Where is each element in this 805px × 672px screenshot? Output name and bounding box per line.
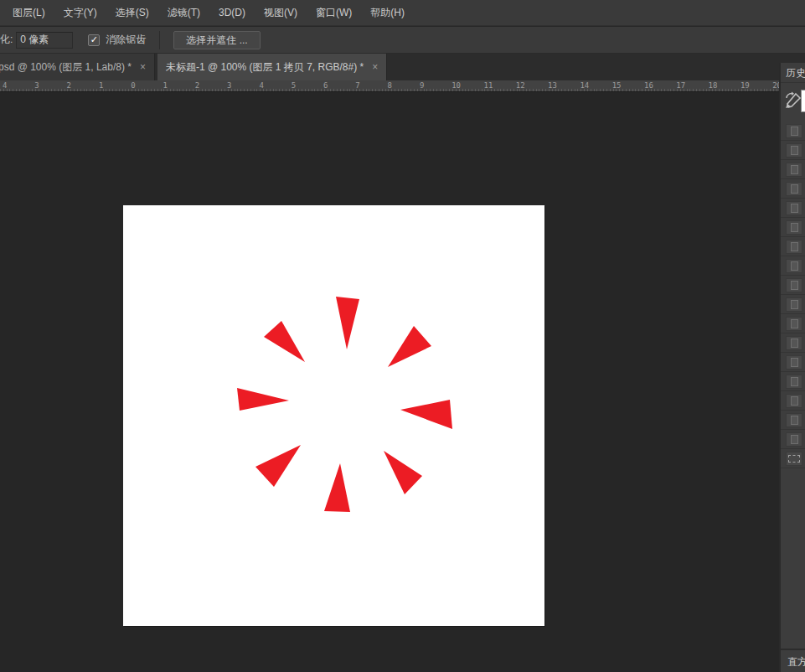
ruler-tick-label: 4 xyxy=(259,81,263,90)
document-tab-untitled-label: 未标题-1 @ 100% (图层 1 拷贝 7, RGB/8#) * xyxy=(166,60,364,75)
history-step-icon xyxy=(791,281,798,290)
ruler-tick-label: 17 xyxy=(676,81,685,90)
ruler-tick-label: 0 xyxy=(131,81,135,90)
ruler-tick-label: 1 xyxy=(163,81,168,90)
document-tab-untitled[interactable]: 未标题-1 @ 100% (图层 1 拷贝 7, RGB/8#) * × xyxy=(157,54,387,80)
history-state-thumbnail xyxy=(786,163,802,177)
ruler-tick-label: 7 xyxy=(355,81,359,90)
antialias-label: 消除锯齿 xyxy=(106,33,146,47)
ruler-tick-label: 15 xyxy=(612,81,622,90)
history-state-row[interactable] xyxy=(781,314,805,333)
feather-label: 化: xyxy=(0,33,13,47)
ruler-tick-label: 5 xyxy=(292,81,296,90)
marquee-icon xyxy=(788,455,800,463)
history-state-thumbnail xyxy=(786,355,802,370)
history-state-row[interactable] xyxy=(781,276,805,295)
spinner-wedge xyxy=(336,297,359,349)
document-canvas[interactable] xyxy=(123,205,544,626)
history-state-thumbnail xyxy=(786,124,802,138)
ruler-tick-label: 1 xyxy=(99,81,103,90)
history-step-icon xyxy=(791,204,798,213)
antialias-checkbox[interactable]: ✓ xyxy=(88,34,100,46)
history-state-row[interactable] xyxy=(781,295,805,314)
history-state-row[interactable] xyxy=(781,353,805,372)
ruler-tick-label: 3 xyxy=(227,81,231,90)
select-and-mask-button[interactable]: 选择并遮住 ... xyxy=(173,31,260,49)
history-step-icon xyxy=(791,242,798,251)
ruler-tick-label: 13 xyxy=(548,81,557,90)
menu-item-view[interactable]: 视图(V) xyxy=(255,0,307,26)
menu-bar: 图层(L) 文字(Y) 选择(S) 滤镜(T) 3D(D) 视图(V) 窗口(W… xyxy=(0,0,805,26)
history-step-icon xyxy=(791,223,798,232)
history-state-thumbnail xyxy=(786,278,802,292)
history-state-row[interactable] xyxy=(781,372,805,391)
close-icon[interactable]: × xyxy=(140,61,146,73)
menu-item-3d[interactable]: 3D(D) xyxy=(209,0,255,26)
history-state-row[interactable] xyxy=(781,430,805,449)
history-state-thumbnail xyxy=(786,317,802,331)
history-state-thumbnail xyxy=(786,452,802,466)
history-state-row[interactable] xyxy=(781,121,805,141)
history-state-row[interactable] xyxy=(781,411,805,430)
horizontal-ruler: 432101234567891011121314151617181920 xyxy=(0,80,779,92)
feather-input[interactable] xyxy=(16,32,73,49)
options-separator xyxy=(159,31,160,49)
spinner-wedge xyxy=(388,326,431,367)
history-tools-row xyxy=(781,83,805,121)
snapshot-thumbnail[interactable] xyxy=(801,90,805,112)
history-brush-icon[interactable] xyxy=(784,91,802,112)
history-state-row[interactable] xyxy=(781,141,805,160)
ruler-tick-label: 8 xyxy=(388,81,392,90)
history-state-row[interactable] xyxy=(781,199,805,218)
history-step-icon xyxy=(791,377,798,386)
history-step-icon xyxy=(791,416,798,425)
history-state-row[interactable] xyxy=(781,237,805,256)
history-step-icon xyxy=(791,319,798,328)
history-state-thumbnail xyxy=(786,143,802,158)
ruler-tick-label: 14 xyxy=(580,81,589,90)
ruler-tick-label: 2 xyxy=(195,81,199,90)
history-step-icon xyxy=(791,261,798,271)
menu-item-window[interactable]: 窗口(W) xyxy=(307,0,361,26)
history-state-row[interactable] xyxy=(781,333,805,353)
history-state-thumbnail xyxy=(786,413,802,427)
spinner-artwork xyxy=(123,205,544,626)
ruler-tick-label: 18 xyxy=(709,81,718,90)
spinner-wedge xyxy=(255,445,301,487)
menu-item-select[interactable]: 选择(S) xyxy=(106,0,158,26)
history-step-icon xyxy=(791,300,798,309)
history-state-row[interactable] xyxy=(781,160,805,179)
history-state-thumbnail xyxy=(786,375,802,389)
menu-item-type[interactable]: 文字(Y) xyxy=(54,0,106,26)
ruler-tick-label: 6 xyxy=(323,81,328,90)
history-state-thumbnail xyxy=(786,432,802,447)
menu-item-help[interactable]: 帮助(H) xyxy=(361,0,414,26)
document-tab-psd[interactable]: psd @ 100% (图层 1, Lab/8) * × xyxy=(0,54,155,80)
ruler-tick-label: 11 xyxy=(484,81,493,90)
history-state-row[interactable] xyxy=(781,256,805,276)
history-step-icon xyxy=(791,165,798,174)
menu-item-filter[interactable]: 滤镜(T) xyxy=(158,0,209,26)
history-state-row[interactable] xyxy=(781,449,805,468)
ruler-tick-label: 16 xyxy=(644,81,653,90)
spinner-wedge xyxy=(264,321,305,362)
close-icon[interactable]: × xyxy=(372,61,378,73)
history-state-row[interactable] xyxy=(781,391,805,411)
tab-histogram-panel[interactable]: 直方 xyxy=(781,649,805,672)
history-state-thumbnail xyxy=(786,394,802,408)
history-state-thumbnail xyxy=(786,182,802,196)
ruler-tick-label: 19 xyxy=(740,81,750,90)
history-state-row[interactable] xyxy=(781,218,805,237)
document-tab-bar: psd @ 100% (图层 1, Lab/8) * × 未标题-1 @ 100… xyxy=(0,54,805,80)
ruler-tick-label: 2 xyxy=(67,81,71,90)
ruler-tick-label: 3 xyxy=(34,81,39,90)
menu-item-layer[interactable]: 图层(L) xyxy=(3,0,54,26)
ruler-tick-label: 9 xyxy=(420,81,424,90)
history-state-thumbnail xyxy=(786,297,802,312)
history-step-icon xyxy=(791,435,798,444)
history-state-row[interactable] xyxy=(781,179,805,199)
history-state-thumbnail xyxy=(786,201,802,215)
history-state-thumbnail xyxy=(786,220,802,235)
spinner-wedge xyxy=(237,388,289,411)
tab-history-panel[interactable]: 历史 xyxy=(781,63,805,83)
